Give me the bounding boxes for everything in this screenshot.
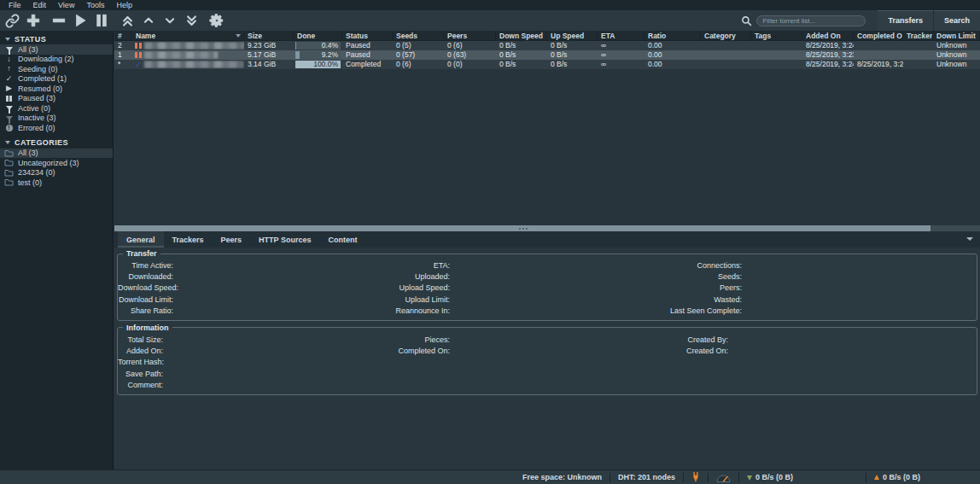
- pause-icon[interactable]: [92, 12, 111, 29]
- options-gear-icon[interactable]: [207, 12, 226, 29]
- col-header-size[interactable]: Size: [244, 31, 294, 40]
- row-progress: 100.0%: [294, 61, 342, 68]
- general-panel: Transfer Time Active:ETA:Connections: Do…: [114, 248, 980, 469]
- col-header-added-on[interactable]: Added On: [802, 31, 854, 40]
- torrent-table: # Name Size Done Status Seeds Peers Down…: [114, 31, 980, 225]
- row-seeds: 0 (57): [393, 50, 444, 60]
- menu-edit[interactable]: Edit: [27, 0, 53, 10]
- col-header-category[interactable]: Category: [701, 31, 751, 40]
- move-bottom-icon[interactable]: [182, 12, 201, 29]
- tab-http-sources[interactable]: HTTP Sources: [250, 231, 319, 248]
- tab-general[interactable]: General: [118, 231, 164, 248]
- row-down-speed: 0 B/s: [496, 60, 547, 69]
- paused-state-icon: [135, 43, 142, 49]
- tab-content[interactable]: Content: [319, 231, 365, 248]
- label-pieces: Pieces:: [163, 335, 450, 344]
- transfer-group: Transfer Time Active:ETA:Connections: Do…: [117, 249, 977, 321]
- detail-tabs: General Trackers Peers HTTP Sources Cont…: [114, 231, 980, 248]
- sidebar-status-paused[interactable]: Paused (3): [0, 94, 113, 104]
- row-up-speed: 0 B/s: [547, 41, 598, 50]
- sidebar-status-resumed[interactable]: ▶ Resumed (0): [0, 84, 113, 94]
- move-top-icon[interactable]: [118, 12, 137, 29]
- sidebar-status-active[interactable]: Active (0): [0, 103, 113, 114]
- col-header-tracker[interactable]: Tracker: [903, 31, 933, 40]
- row-seeds: 0 (6): [393, 60, 444, 69]
- row-peers: 0 (0): [444, 60, 496, 69]
- col-header-done[interactable]: Done: [294, 31, 342, 40]
- paused-state-icon: [135, 52, 142, 58]
- download-speed-status[interactable]: 0 B/s (0 B): [747, 473, 793, 481]
- row-name-cell: [132, 51, 244, 59]
- row-number: 2: [114, 41, 132, 50]
- transfers-tab[interactable]: Transfers: [878, 10, 933, 31]
- label-created-by: Created By:: [450, 335, 728, 344]
- sidebar-status-completed[interactable]: ✓ Completed (1): [0, 74, 113, 85]
- move-down-icon[interactable]: [160, 12, 179, 29]
- sidebar-category-test[interactable]: test (0): [0, 178, 113, 188]
- col-header-ratio[interactable]: Ratio: [645, 31, 701, 40]
- sidebar-category-uncategorized[interactable]: Uncategorized (3): [0, 158, 113, 168]
- row-added-on: 8/25/2019, 3:24…: [802, 60, 854, 69]
- link-icon[interactable]: [3, 12, 21, 29]
- tabs-overflow-icon[interactable]: [966, 237, 973, 241]
- speed-limits-gauge-icon[interactable]: [716, 473, 731, 482]
- torrent-name-redacted: [144, 61, 243, 68]
- categories-section-header[interactable]: CATEGORIES: [0, 137, 113, 149]
- menu-view[interactable]: View: [52, 0, 80, 10]
- upload-speed-status[interactable]: 0 B/s (0 B): [874, 473, 920, 481]
- sidebar-category-all[interactable]: All (3): [0, 149, 113, 159]
- sidebar-status-all[interactable]: All (3): [0, 44, 113, 55]
- menu-file[interactable]: File: [3, 0, 27, 10]
- menu-help[interactable]: Help: [110, 0, 138, 10]
- sidebar-status-seeding[interactable]: ↑ Seeding (0): [0, 64, 113, 74]
- col-header-eta[interactable]: ETA: [598, 31, 645, 40]
- label-connections: Connections:: [450, 261, 742, 270]
- search-tab[interactable]: Search: [933, 10, 980, 31]
- play-icon: ▶: [4, 85, 14, 92]
- label-downloaded: Downloaded:: [118, 272, 173, 281]
- check-icon: ✓: [4, 75, 14, 83]
- menu-tools[interactable]: Tools: [80, 0, 110, 10]
- filter-torrent-input[interactable]: [756, 15, 866, 26]
- col-header-down-limit[interactable]: Down Limit: [933, 31, 980, 40]
- col-header-down-speed[interactable]: Down Speed: [496, 31, 547, 40]
- status-section-header[interactable]: STATUS: [0, 33, 113, 44]
- label-total-size: Total Size:: [118, 335, 163, 344]
- collapse-triangle-icon: [5, 141, 10, 144]
- table-row[interactable]: 2 9.23 GiB 0.4% Paused 0 (5) 0 (6) 0 B/s…: [114, 41, 980, 50]
- col-header-number[interactable]: #: [114, 31, 132, 40]
- label-reannounce-in: Reannounce In:: [173, 306, 450, 315]
- table-row[interactable]: * ✓ 3.14 GiB 100.0% Completed 0 (6) 0 (0…: [114, 60, 980, 69]
- table-header-row: # Name Size Done Status Seeds Peers Down…: [114, 31, 980, 41]
- sidebar-status-errored[interactable]: ! Errored (0): [0, 123, 113, 133]
- horizontal-scrollbar[interactable]: [114, 225, 980, 231]
- label-seeds: Seeds:: [450, 272, 742, 281]
- tab-trackers[interactable]: Trackers: [164, 231, 213, 248]
- resume-icon[interactable]: [71, 12, 90, 29]
- free-space: Free space: Unknown: [522, 473, 602, 481]
- transfer-legend: Transfer: [123, 249, 160, 258]
- col-header-tags[interactable]: Tags: [751, 31, 802, 40]
- dht-nodes: DHT: 201 nodes: [618, 473, 675, 481]
- filter-icon: [4, 106, 14, 110]
- col-header-seeds[interactable]: Seeds: [393, 31, 444, 40]
- tab-peers[interactable]: Peers: [213, 231, 251, 248]
- row-down-limit: Unknown: [933, 60, 980, 69]
- sidebar-category-234234[interactable]: 234234 (0): [0, 168, 113, 178]
- col-header-name[interactable]: Name: [132, 31, 244, 40]
- table-row-selected[interactable]: 1 5.17 GiB 9.2% Paused 0 (57) 0 (63) 0 B…: [114, 50, 980, 60]
- remove-torrent-icon[interactable]: [50, 12, 68, 29]
- col-header-peers[interactable]: Peers: [444, 31, 496, 40]
- add-torrent-icon[interactable]: [24, 12, 43, 29]
- sidebar-status-downloading[interactable]: ↓ Downloading (2): [0, 55, 113, 65]
- scrollbar-thumb[interactable]: [114, 225, 930, 231]
- connection-status-icon[interactable]: [691, 472, 700, 482]
- col-header-status[interactable]: Status: [342, 31, 393, 40]
- information-legend: Information: [123, 324, 172, 332]
- sidebar-status-inactive[interactable]: Inactive (3): [0, 114, 113, 124]
- col-header-up-speed[interactable]: Up Speed: [547, 31, 598, 40]
- label-uploaded: Uploaded:: [173, 272, 450, 281]
- move-up-icon[interactable]: [139, 12, 158, 29]
- col-header-completed-on[interactable]: Completed On: [854, 31, 903, 40]
- search-icon: [741, 15, 752, 26]
